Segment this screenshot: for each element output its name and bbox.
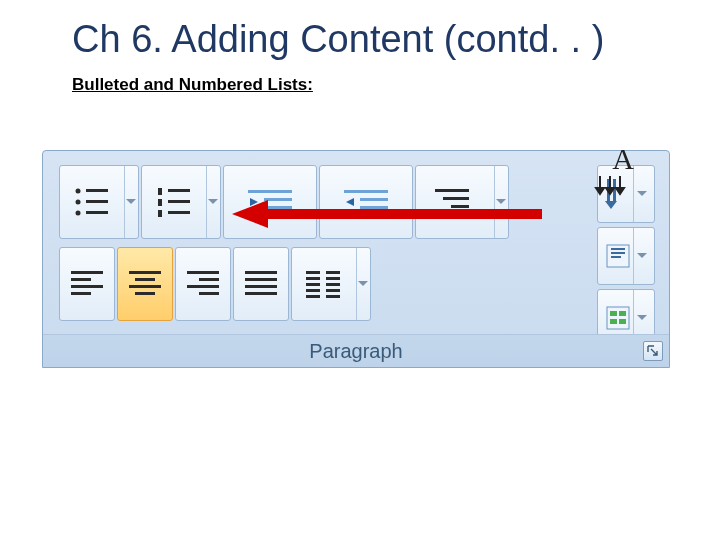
- svg-rect-24: [71, 271, 103, 274]
- convert-to-smartart-icon: [603, 301, 633, 335]
- align-text-icon: [603, 239, 633, 273]
- svg-rect-15: [248, 214, 292, 217]
- svg-rect-27: [71, 292, 91, 295]
- bullets-button[interactable]: [59, 165, 139, 239]
- svg-rect-29: [135, 278, 155, 281]
- svg-rect-1: [86, 189, 108, 192]
- svg-rect-57: [610, 311, 617, 316]
- dialog-launcher-icon: [647, 345, 659, 357]
- align-center-button[interactable]: [117, 247, 173, 321]
- svg-rect-42: [306, 283, 320, 286]
- svg-rect-40: [306, 271, 320, 274]
- alignment-row: [59, 247, 371, 321]
- bullets-dropdown[interactable]: [124, 166, 138, 238]
- justify-button[interactable]: [233, 247, 289, 321]
- svg-rect-41: [306, 277, 320, 280]
- svg-rect-47: [326, 283, 340, 286]
- numbering-dropdown[interactable]: [206, 166, 220, 238]
- decrease-indent-button[interactable]: [223, 165, 317, 239]
- chevron-down-icon: [126, 199, 136, 205]
- list-buttons-row: [59, 165, 509, 239]
- svg-rect-3: [86, 200, 108, 203]
- numbering-icon: [154, 184, 194, 220]
- svg-rect-37: [245, 278, 277, 281]
- svg-rect-23: [443, 213, 469, 216]
- align-left-button[interactable]: [59, 247, 115, 321]
- paragraph-group: Paragraph: [42, 150, 670, 368]
- chevron-down-icon: [496, 199, 506, 205]
- svg-rect-8: [158, 199, 162, 206]
- svg-rect-19: [344, 214, 388, 217]
- svg-rect-33: [199, 278, 219, 281]
- align-right-icon: [185, 266, 221, 302]
- svg-rect-38: [245, 285, 277, 288]
- justify-icon: [243, 266, 279, 302]
- svg-rect-17: [360, 198, 388, 201]
- dialog-launcher-button[interactable]: [643, 341, 663, 361]
- svg-rect-12: [248, 190, 292, 193]
- svg-point-2: [75, 200, 80, 205]
- numbering-button[interactable]: [141, 165, 221, 239]
- align-left-icon: [69, 266, 105, 302]
- svg-rect-59: [610, 319, 617, 324]
- svg-rect-11: [168, 211, 190, 214]
- svg-rect-58: [619, 311, 626, 316]
- chevron-down-icon: [358, 281, 368, 287]
- svg-rect-49: [326, 295, 340, 298]
- svg-rect-32: [187, 271, 219, 274]
- page-title: Ch 6. Adding Content (contd. . ): [0, 0, 720, 71]
- svg-rect-55: [611, 256, 621, 258]
- svg-rect-60: [619, 319, 626, 324]
- decrease-indent-icon: [244, 184, 296, 220]
- chevron-down-icon: [208, 199, 218, 205]
- multilevel-list-button[interactable]: [415, 165, 509, 239]
- multilevel-list-icon: [429, 184, 481, 220]
- align-text-dropdown[interactable]: [633, 228, 650, 284]
- svg-rect-46: [326, 277, 340, 280]
- group-label: Paragraph: [43, 334, 669, 367]
- svg-rect-39: [245, 292, 277, 295]
- svg-rect-36: [245, 271, 277, 274]
- multilevel-dropdown[interactable]: [494, 166, 508, 238]
- svg-rect-34: [187, 285, 219, 288]
- svg-rect-30: [129, 285, 161, 288]
- svg-rect-54: [611, 252, 625, 254]
- svg-rect-22: [451, 205, 469, 208]
- align-right-button[interactable]: [175, 247, 231, 321]
- svg-rect-45: [326, 271, 340, 274]
- svg-rect-7: [168, 189, 190, 192]
- svg-rect-9: [168, 200, 190, 203]
- svg-rect-10: [158, 210, 162, 217]
- columns-icon: [304, 266, 344, 302]
- increase-indent-icon: [340, 184, 392, 220]
- svg-rect-44: [306, 295, 320, 298]
- svg-rect-48: [326, 289, 340, 292]
- columns-dropdown[interactable]: [356, 248, 370, 320]
- align-text-button[interactable]: [597, 227, 655, 285]
- svg-rect-18: [360, 206, 388, 209]
- svg-rect-56: [607, 307, 629, 329]
- svg-rect-13: [264, 198, 292, 201]
- svg-rect-14: [264, 206, 292, 209]
- svg-rect-5: [86, 211, 108, 214]
- svg-rect-35: [199, 292, 219, 295]
- columns-button[interactable]: [291, 247, 371, 321]
- chevron-down-icon: [637, 253, 647, 259]
- svg-rect-20: [435, 189, 469, 192]
- svg-rect-43: [306, 289, 320, 292]
- svg-rect-28: [129, 271, 161, 274]
- svg-rect-16: [344, 190, 388, 193]
- svg-rect-31: [135, 292, 155, 295]
- sort-arrows-overlay: [594, 176, 632, 196]
- svg-rect-21: [443, 197, 469, 200]
- subtitle: Bulleted and Numbered Lists:: [0, 71, 720, 105]
- chevron-down-icon: [637, 315, 647, 321]
- svg-rect-26: [71, 285, 103, 288]
- svg-rect-53: [611, 248, 625, 250]
- svg-rect-25: [71, 278, 91, 281]
- svg-point-4: [75, 211, 80, 216]
- increase-indent-button[interactable]: [319, 165, 413, 239]
- svg-point-0: [75, 189, 80, 194]
- text-direction-dropdown[interactable]: [633, 166, 650, 222]
- align-center-icon: [127, 266, 163, 302]
